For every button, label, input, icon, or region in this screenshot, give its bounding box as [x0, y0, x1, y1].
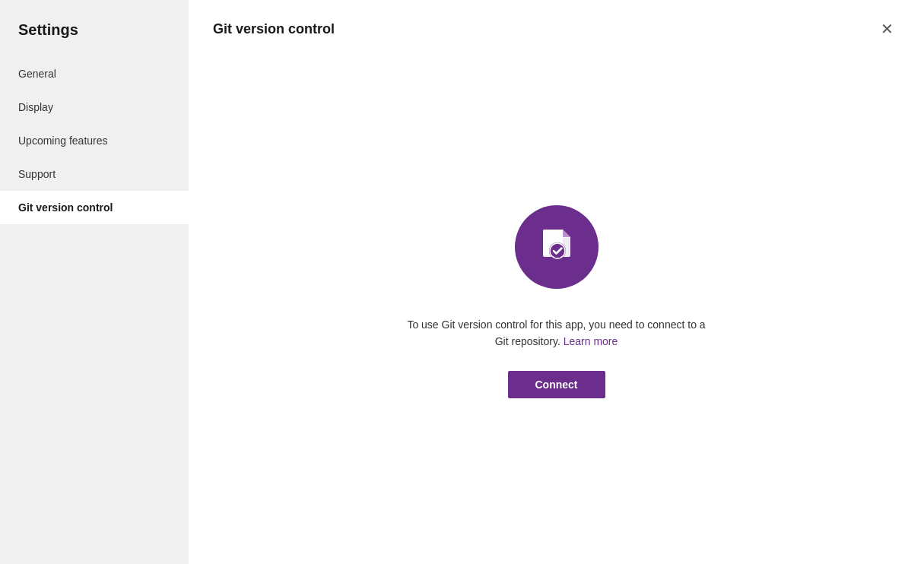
git-document-checkmark-icon — [536, 227, 577, 268]
description-part1: To use Git version control for this app,… — [407, 318, 705, 347]
page-title: Git version control — [213, 21, 335, 37]
sidebar-title: Settings — [0, 0, 189, 57]
main-header: Git version control ✕ — [189, 0, 924, 40]
sidebar: Settings GeneralDisplayUpcoming features… — [0, 0, 189, 564]
description-text: To use Git version control for this app,… — [405, 316, 709, 350]
close-button[interactable]: ✕ — [875, 18, 900, 40]
settings-dialog: Settings GeneralDisplayUpcoming features… — [0, 0, 924, 564]
sidebar-item-support[interactable]: Support — [0, 157, 189, 191]
connect-button[interactable]: Connect — [508, 371, 605, 398]
sidebar-item-general[interactable]: General — [0, 57, 189, 90]
sidebar-item-display[interactable]: Display — [0, 90, 189, 124]
git-icon-circle — [515, 205, 599, 289]
svg-point-2 — [550, 243, 565, 258]
content-area: To use Git version control for this app,… — [189, 40, 924, 564]
learn-more-link[interactable]: Learn more — [564, 335, 618, 347]
sidebar-nav: GeneralDisplayUpcoming featuresSupportGi… — [0, 57, 189, 224]
sidebar-item-git-version-control[interactable]: Git version control — [0, 191, 189, 224]
sidebar-item-upcoming-features[interactable]: Upcoming features — [0, 124, 189, 157]
main-content: Git version control ✕ — [189, 0, 924, 564]
